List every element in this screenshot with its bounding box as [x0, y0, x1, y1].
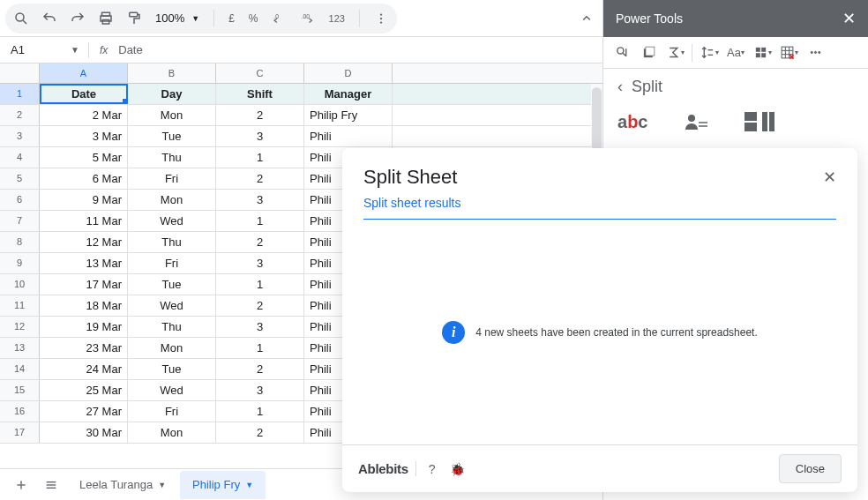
row-header[interactable]: 7	[0, 211, 40, 231]
cell[interactable]: 23 Mar	[40, 338, 128, 358]
cell[interactable]: Tue	[128, 359, 216, 379]
cell[interactable]: 2	[216, 359, 304, 379]
cell[interactable]: 17 Mar	[40, 274, 128, 295]
cell[interactable]: 24 Mar	[40, 359, 128, 379]
cell[interactable]: 2	[216, 422, 304, 443]
cell[interactable]: 2	[216, 295, 304, 316]
more-tools-icon[interactable]	[804, 41, 827, 64]
number-format-button[interactable]: 123	[326, 13, 348, 24]
row-header[interactable]: 3	[0, 126, 40, 146]
row-header[interactable]: 12	[0, 317, 40, 337]
cell[interactable]	[393, 84, 602, 104]
column-header-c[interactable]: C	[216, 63, 304, 83]
cell[interactable]: 3	[216, 380, 304, 400]
cell[interactable]: Wed	[128, 211, 216, 231]
decrease-decimal-icon[interactable]: .0	[269, 8, 290, 29]
column-header-b[interactable]: B	[128, 63, 216, 83]
select-all-corner[interactable]	[0, 63, 40, 83]
cell[interactable]: Phili	[304, 126, 393, 146]
cell[interactable]: 25 Mar	[40, 380, 128, 400]
cell[interactable]: Mon	[128, 422, 216, 443]
paint-format-icon[interactable]	[123, 8, 145, 29]
cell[interactable]: 6 Mar	[40, 168, 128, 189]
row-header[interactable]: 9	[0, 253, 40, 273]
row-header[interactable]: 10	[0, 274, 40, 295]
redo-icon[interactable]	[67, 8, 88, 29]
cell[interactable]: Mon	[128, 338, 216, 358]
cell[interactable]: 1	[216, 211, 304, 231]
cell[interactable]: 3	[216, 253, 304, 273]
row-header[interactable]: 6	[0, 190, 40, 210]
cell[interactable]: Date	[40, 84, 128, 104]
cell[interactable]: Day	[128, 84, 216, 104]
row-header[interactable]: 17	[0, 422, 40, 443]
row-header[interactable]: 15	[0, 380, 40, 400]
cell[interactable]: 3	[216, 126, 304, 146]
sheets-icon[interactable]	[637, 41, 660, 64]
row-header[interactable]: 5	[0, 168, 40, 189]
close-button[interactable]: Close	[779, 454, 842, 483]
column-header-blank[interactable]	[393, 63, 602, 83]
cell[interactable]: Fri	[128, 168, 216, 189]
search-icon[interactable]	[11, 8, 32, 29]
cell[interactable]: Thu	[128, 317, 216, 337]
font-case-icon[interactable]: Aa▾	[724, 41, 747, 64]
cell[interactable]: Wed	[128, 295, 216, 316]
cell[interactable]: Mon	[128, 190, 216, 210]
add-sheet-button[interactable]	[7, 473, 35, 497]
sheet-tab-leela[interactable]: Leela Turanga▼	[67, 471, 178, 499]
row-header[interactable]: 4	[0, 147, 40, 168]
row-header[interactable]: 11	[0, 295, 40, 316]
row-header[interactable]: 2	[0, 105, 40, 125]
cell[interactable]: Thu	[128, 147, 216, 168]
column-header-d[interactable]: D	[304, 63, 393, 83]
split-sheet-tool[interactable]	[745, 112, 774, 133]
cell[interactable]: 13 Mar	[40, 253, 128, 273]
cell[interactable]: 12 Mar	[40, 232, 128, 252]
name-box-dropdown-icon[interactable]: ▼	[67, 45, 83, 55]
expand-up-icon[interactable]	[576, 8, 597, 29]
row-header[interactable]: 13	[0, 338, 40, 358]
cell[interactable]: Manager	[304, 84, 393, 104]
name-box[interactable]	[7, 41, 62, 58]
print-icon[interactable]	[95, 8, 116, 29]
cell[interactable]: 2	[216, 105, 304, 125]
bug-icon[interactable]: 🐞	[448, 462, 467, 476]
cell[interactable]: 18 Mar	[40, 295, 128, 316]
cell[interactable]: Shift	[216, 84, 304, 104]
cell[interactable]: 3 Mar	[40, 126, 128, 146]
cell[interactable]: 1	[216, 401, 304, 422]
cell[interactable]: 19 Mar	[40, 317, 128, 337]
grid-color-icon[interactable]: ▾	[751, 41, 774, 64]
text-height-icon[interactable]: ▾	[698, 41, 721, 64]
cell[interactable]: 2	[216, 168, 304, 189]
increase-decimal-icon[interactable]: .00	[297, 8, 318, 29]
close-icon[interactable]: ✕	[842, 9, 856, 28]
split-names-tool[interactable]	[683, 112, 709, 133]
row-header[interactable]: 1	[0, 84, 40, 104]
column-header-a[interactable]: A	[40, 63, 128, 83]
cell[interactable]: Tue	[128, 126, 216, 146]
cell[interactable]: 27 Mar	[40, 401, 128, 422]
zoom-selector[interactable]: 100%▼	[152, 11, 203, 25]
row-header[interactable]: 14	[0, 359, 40, 379]
chevron-down-icon[interactable]: ▼	[158, 481, 166, 489]
formula-content[interactable]: Date	[118, 43, 142, 56]
cell[interactable]: 5 Mar	[40, 147, 128, 168]
row-header[interactable]: 8	[0, 232, 40, 252]
cell[interactable]: Fri	[128, 401, 216, 422]
cell[interactable]: 1	[216, 338, 304, 358]
all-sheets-button[interactable]	[37, 473, 65, 497]
percent-button[interactable]: %	[245, 12, 262, 25]
cell[interactable]: 2	[216, 232, 304, 252]
chevron-down-icon[interactable]: ▼	[245, 481, 253, 489]
cell[interactable]: Philip Fry	[304, 105, 393, 125]
currency-pound-button[interactable]: £	[225, 12, 238, 25]
more-icon[interactable]	[370, 8, 392, 29]
cell[interactable]: Fri	[128, 253, 216, 273]
cell[interactable]: 1	[216, 274, 304, 295]
cell[interactable]: 11 Mar	[40, 211, 128, 231]
cell[interactable]	[393, 126, 602, 146]
split-text-tool[interactable]: abc	[617, 112, 647, 133]
cell[interactable]: 3	[216, 190, 304, 210]
